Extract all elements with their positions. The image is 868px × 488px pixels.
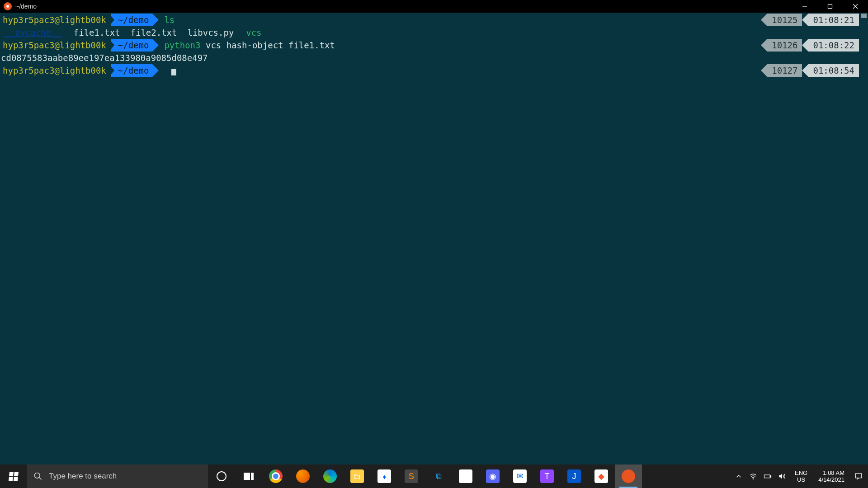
search-icon [33, 472, 42, 481]
prompt-line: hyp3r5pac3@lightb00k~/demo1012701:08:54 [0, 64, 868, 77]
right-prompt: 1012501:08:21 [761, 14, 859, 26]
dropbox-icon: ⬧ [377, 469, 391, 483]
wifi-icon[interactable] [748, 471, 759, 482]
tray-chevron-up-icon[interactable] [733, 471, 744, 482]
taskbar-app-vscode[interactable]: ⧉ [425, 465, 452, 488]
clock-time: 1:08 AM [818, 469, 844, 476]
titlebar: ~/demo [0, 0, 868, 13]
prompt-line: hyp3r5pac3@lightb00k~/demopython3 vcs ha… [0, 39, 868, 52]
svg-rect-8 [770, 476, 771, 478]
clock[interactable]: 1:08 AM 4/14/2021 [815, 469, 848, 483]
window-title: ~/demo [15, 3, 37, 10]
brave-icon: ◆ [594, 469, 608, 483]
cortana-icon [217, 471, 226, 481]
cortana-button[interactable] [208, 465, 235, 488]
task-view-button[interactable] [235, 465, 262, 488]
taskbar-app-slack[interactable]: ✱ [452, 465, 479, 488]
start-button[interactable] [0, 465, 27, 488]
discord-icon: ◉ [486, 469, 500, 483]
svg-point-6 [753, 479, 754, 479]
maximize-button[interactable] [817, 0, 843, 13]
joplin-icon: J [567, 469, 581, 483]
command: ls [164, 14, 175, 26]
cwd-segment: ~/demo [116, 64, 159, 77]
windows-logo-icon [9, 472, 19, 481]
ubuntu-icon [622, 469, 635, 483]
svg-rect-10 [855, 474, 862, 478]
terminal[interactable]: hyp3r5pac3@lightb00k~/demols1012501:08:2… [0, 13, 868, 465]
explorer-icon: 🗀 [350, 469, 364, 483]
search-placeholder: Type here to search [49, 472, 117, 481]
vscode-icon: ⧉ [432, 469, 445, 483]
edge-icon [323, 469, 337, 483]
minimize-button[interactable] [792, 0, 817, 13]
command-output: cd0875583aabe89ee197ea133980a9085d08e497 [0, 52, 868, 64]
ubuntu-icon [4, 2, 12, 10]
taskbar-app-edge[interactable] [316, 465, 344, 488]
prompt-time: 01:08:54 [808, 64, 859, 77]
messages-icon: ✉ [513, 469, 527, 483]
prompt-line: hyp3r5pac3@lightb00k~/demols1012501:08:2… [0, 14, 868, 26]
user-host: hyp3r5pac3@lightb00k [3, 14, 106, 26]
taskbar-app-twitch[interactable]: T [533, 465, 561, 488]
twitch-icon: T [540, 469, 554, 483]
user-host: hyp3r5pac3@lightb00k [3, 39, 106, 52]
scrollbar[interactable] [859, 13, 868, 465]
taskbar-app-sublime[interactable]: S [398, 465, 425, 488]
prompt-time: 01:08:22 [808, 39, 859, 52]
user-host: hyp3r5pac3@lightb00k [3, 64, 106, 77]
taskbar-app-discord[interactable]: ◉ [479, 465, 506, 488]
right-prompt: 1012601:08:22 [761, 39, 859, 52]
prompt-time: 01:08:21 [808, 14, 859, 26]
task-view-icon [244, 473, 254, 480]
taskbar-app-ubuntu[interactable] [615, 465, 642, 488]
history-number: 10127 [767, 64, 802, 77]
search-box[interactable]: Type here to search [27, 465, 208, 488]
cwd-segment: ~/demo [116, 39, 159, 52]
command: python3 vcs hash-object file1.txt [164, 39, 335, 52]
taskbar: Type here to search 🗀⬧S⧉✱◉✉TJ◆ ENG US 1:… [0, 465, 868, 488]
history-number: 10126 [767, 39, 802, 52]
firefox-icon [296, 469, 310, 483]
battery-icon[interactable] [762, 471, 773, 482]
slack-icon: ✱ [459, 469, 472, 483]
taskbar-app-joplin[interactable]: J [561, 465, 588, 488]
taskbar-app-explorer[interactable]: 🗀 [344, 465, 371, 488]
close-button[interactable] [843, 0, 868, 13]
taskbar-app-chrome[interactable] [262, 465, 289, 488]
svg-rect-7 [764, 475, 770, 478]
system-tray: ENG US 1:08 AM 4/14/2021 [731, 465, 868, 488]
notifications-button[interactable] [852, 472, 865, 480]
chrome-icon [269, 469, 283, 483]
lang-secondary: US [795, 476, 807, 483]
svg-point-4 [35, 473, 40, 479]
taskbar-app-messages[interactable]: ✉ [506, 465, 533, 488]
sublime-icon: S [405, 469, 418, 483]
svg-rect-1 [828, 5, 832, 9]
taskbar-app-dropbox[interactable]: ⬧ [371, 465, 398, 488]
language-indicator[interactable]: ENG US [791, 469, 811, 483]
taskbar-app-brave[interactable]: ◆ [588, 465, 615, 488]
cursor [171, 69, 176, 75]
cwd-segment: ~/demo [116, 14, 159, 26]
ls-output: __pycache__ file1.txt file2.txt libvcs.p… [0, 26, 868, 39]
volume-icon[interactable] [777, 471, 788, 482]
svg-marker-9 [779, 474, 782, 479]
history-number: 10125 [767, 14, 802, 26]
svg-line-5 [39, 478, 42, 480]
lang-primary: ENG [795, 469, 807, 476]
taskbar-app-firefox[interactable] [289, 465, 316, 488]
right-prompt: 1012701:08:54 [761, 64, 859, 77]
clock-date: 4/14/2021 [818, 476, 844, 483]
